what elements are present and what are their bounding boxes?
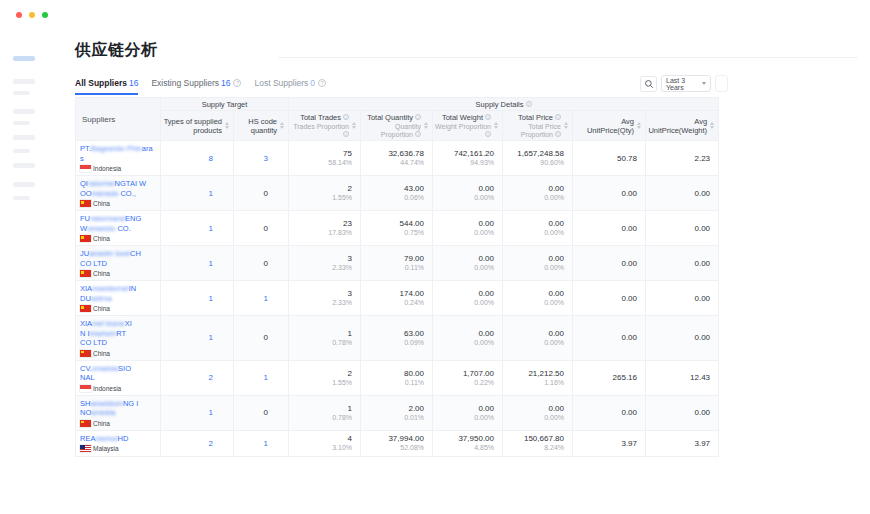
sidebar-skeleton-item[interactable] (13, 79, 35, 84)
sidebar-skeleton-item[interactable] (13, 163, 35, 168)
column-header-total-price[interactable]: Total Pricei Total Price Proportioni (503, 111, 573, 141)
table-row[interactable]: PT.Bagesndo Phinaras Indonesia 8 3 7558.… (76, 141, 719, 176)
column-header-total-quantity[interactable]: Total Quantityi Quantity Proportioni (361, 111, 433, 141)
total-trades-value: 1 (289, 329, 352, 338)
info-icon[interactable]: i (415, 131, 421, 137)
minimize-window-icon[interactable] (29, 12, 35, 18)
total-weight-value: 37,950.00 (433, 434, 494, 443)
table-row[interactable]: JUanselm torelCHCO LTD China 1 0 32.33% … (76, 246, 719, 281)
info-icon[interactable]: i (555, 114, 561, 120)
total-weight-value: 0.00 (433, 254, 494, 263)
search-button[interactable] (640, 76, 657, 92)
total-trades-value: 2 (289, 369, 352, 378)
supplier-name-link[interactable]: CV.onseldaSIONAL (80, 364, 156, 383)
info-icon[interactable]: i (343, 114, 349, 120)
total-price-value: 150,667.80 (503, 434, 564, 443)
sidebar-skeleton-item[interactable] (13, 149, 30, 153)
supplier-name-link[interactable]: QInslormeNGTAI WOOmensdo CO., (80, 179, 156, 198)
table-row[interactable]: REAnselodHD Malaysia 2 1 43.10% 37,994.0… (76, 430, 719, 456)
sidebar-skeleton-item[interactable] (13, 121, 30, 125)
supplier-name-link[interactable]: REAnselodHD (80, 434, 156, 444)
supplier-name-link[interactable]: XIAmel tosneXIN ImselornRTCO LTD (80, 319, 156, 348)
sidebar-active-item[interactable] (13, 56, 35, 61)
info-icon[interactable]: i (415, 114, 421, 120)
help-icon[interactable]: ? (318, 79, 326, 87)
sort-icon[interactable] (225, 122, 229, 130)
tab-existing-suppliers[interactable]: Existing Suppliers 16 ? (151, 78, 241, 93)
sort-icon[interactable] (637, 122, 641, 130)
search-icon (644, 79, 654, 89)
zoom-window-icon[interactable] (42, 12, 48, 18)
column-header-avg-unitprice-qty[interactable]: Avg UnitPrice(Qty) (573, 111, 646, 141)
supplier-name-link[interactable]: XIAmseldornelINDUsetrna (80, 284, 156, 303)
table-row[interactable]: FUnslormandENGWomseldo CO. China 1 0 231… (76, 211, 719, 246)
sidebar-skeleton-item[interactable] (13, 182, 35, 187)
avg-unitprice-weight-value: 0.00 (646, 408, 710, 417)
supplier-name-link[interactable]: PT.Bagesndo Phinaras (80, 144, 156, 163)
hs-code-quantity-value[interactable]: 3 (264, 154, 268, 163)
supplier-name-link[interactable]: JUanselm torelCHCO LTD (80, 249, 156, 268)
total-price-value: 0.00 (503, 404, 564, 413)
types-of-products-value[interactable]: 1 (209, 294, 213, 303)
hs-code-quantity-value[interactable]: 0 (264, 408, 268, 417)
sort-icon[interactable] (352, 122, 356, 130)
weight-proportion: 0.00% (433, 299, 494, 307)
table-row[interactable]: XIAmseldornelINDUsetrna China 1 1 32.33%… (76, 281, 719, 316)
tab-count: 16 (129, 78, 138, 88)
info-icon[interactable]: i (343, 131, 349, 137)
sidebar-skeleton-item[interactable] (13, 196, 30, 200)
hs-code-quantity-value[interactable]: 1 (264, 373, 268, 382)
column-header-suppliers[interactable]: Suppliers (76, 98, 161, 141)
types-of-products-value[interactable]: 1 (209, 333, 213, 342)
types-of-products-value[interactable]: 2 (209, 373, 213, 382)
hs-code-quantity-value[interactable]: 1 (264, 439, 268, 448)
trades-proportion: 3.10% (289, 444, 352, 452)
hs-code-quantity-value[interactable]: 0 (264, 224, 268, 233)
tab-lost-suppliers[interactable]: Lost Suppliers 0 ? (254, 78, 326, 93)
date-range-select[interactable]: Last 3 Years (661, 75, 711, 92)
types-of-products-value[interactable]: 1 (209, 189, 213, 198)
country-flag-icon (80, 445, 91, 452)
help-icon[interactable]: ? (233, 79, 241, 87)
types-of-products-value[interactable]: 2 (209, 439, 213, 448)
tab-all-suppliers[interactable]: All Suppliers 16 (75, 78, 138, 95)
sidebar-skeleton-item[interactable] (13, 109, 35, 114)
sort-icon[interactable] (564, 122, 568, 130)
table-row[interactable]: CV.onseldaSIONAL Indonesia 2 1 21.55% 80… (76, 360, 719, 395)
types-of-products-value[interactable]: 1 (209, 259, 213, 268)
quantity-proportion: 0.24% (361, 299, 424, 307)
hs-code-quantity-value[interactable]: 0 (264, 259, 268, 268)
hs-code-quantity-value[interactable]: 0 (264, 189, 268, 198)
info-icon[interactable]: i (485, 131, 491, 137)
total-trades-value: 4 (289, 434, 352, 443)
table-row[interactable]: SHanseldomNG INOsmelda China 1 0 10.78% … (76, 395, 719, 430)
table-row[interactable]: XIAmel tosneXIN ImselornRTCO LTD China 1… (76, 316, 719, 361)
types-of-products-value[interactable]: 8 (209, 154, 213, 163)
hs-code-quantity-value[interactable]: 1 (264, 294, 268, 303)
column-header-hs-code-quantity[interactable]: HS code quantity (234, 111, 289, 141)
info-icon[interactable]: i (485, 114, 491, 120)
types-of-products-value[interactable]: 1 (209, 408, 213, 417)
sort-icon[interactable] (424, 122, 428, 130)
avg-unitprice-qty-value: 0.00 (573, 224, 637, 233)
close-window-icon[interactable] (16, 12, 22, 18)
hs-code-quantity-value[interactable]: 0 (264, 333, 268, 342)
total-price-value: 21,212.50 (503, 369, 564, 378)
info-icon[interactable]: i (555, 131, 561, 137)
column-header-total-trades[interactable]: Total Tradesi Trades Proportioni (289, 111, 361, 141)
sort-icon[interactable] (494, 122, 498, 130)
sidebar-skeleton-item[interactable] (13, 91, 30, 95)
more-options-button[interactable] (715, 75, 728, 92)
sort-icon[interactable] (280, 122, 284, 130)
supplier-name-link[interactable]: SHanseldomNG INOsmelda (80, 399, 156, 418)
column-header-types-of-products[interactable]: Types of supplied products (161, 111, 234, 141)
column-header-avg-unitprice-weight[interactable]: Avg UnitPrice(Weight) (646, 111, 719, 141)
country-flag-icon (80, 420, 91, 427)
supplier-name-link[interactable]: FUnslormandENGWomseldo CO. (80, 214, 156, 233)
table-row[interactable]: QInslormeNGTAI WOOmensdo CO., China 1 0 … (76, 176, 719, 211)
sidebar-skeleton-item[interactable] (13, 135, 35, 140)
column-header-total-weight[interactable]: Total Weighti Weight Proportioni (433, 111, 503, 141)
sort-icon[interactable] (710, 122, 714, 130)
info-icon[interactable]: i (526, 101, 532, 107)
types-of-products-value[interactable]: 1 (209, 224, 213, 233)
